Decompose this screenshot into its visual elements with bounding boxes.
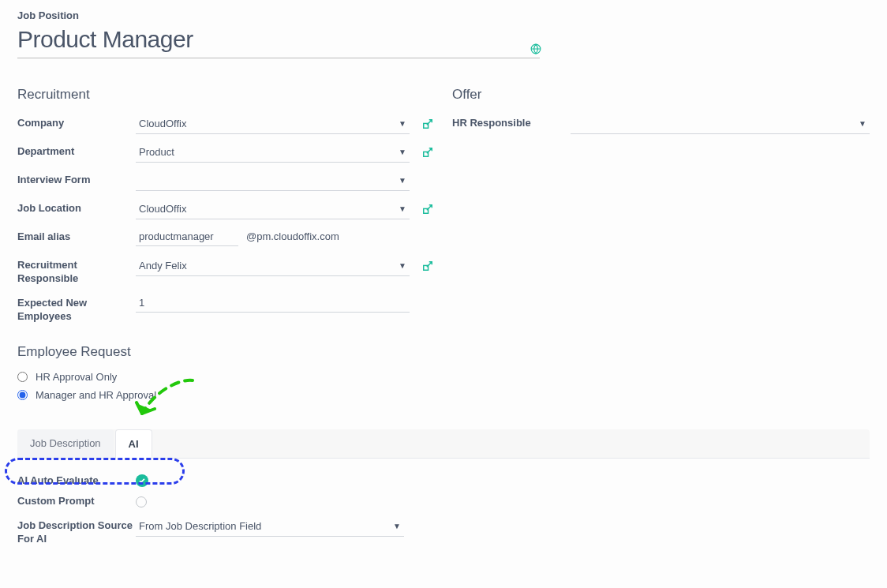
job-location-value: CloudOffix <box>139 203 186 215</box>
hr-approval-only-radio[interactable] <box>17 372 28 382</box>
popout-icon[interactable] <box>421 117 435 131</box>
offer-section: Offer HR Responsible ▼ <box>452 87 870 407</box>
company-select[interactable]: CloudOffix ▼ <box>136 114 410 134</box>
chevron-down-icon: ▼ <box>393 522 404 530</box>
chevron-down-icon: ▼ <box>399 119 410 128</box>
tab-ai[interactable]: AI <box>115 429 152 459</box>
employee-request-heading: Employee Request <box>17 344 435 360</box>
hr-responsible-label: HR Responsible <box>452 114 571 130</box>
chevron-down-icon: ▼ <box>859 119 870 128</box>
company-label: Company <box>17 114 136 130</box>
recruitment-heading: Recruitment <box>17 87 435 103</box>
ai-tab-panel: AI Auto Evaluate Custom Prompt Job Descr… <box>17 459 870 579</box>
ai-auto-evaluate-checkbox[interactable] <box>136 474 148 487</box>
recruitment-responsible-label: Recruitment Responsible <box>17 256 136 286</box>
jd-source-value: From Job Description Field <box>139 520 261 532</box>
popout-icon[interactable] <box>421 259 435 273</box>
title-wrap: Product Manager <box>17 26 540 58</box>
job-position-title[interactable]: Product Manager <box>17 26 540 53</box>
chevron-down-icon: ▼ <box>399 148 410 156</box>
company-value: CloudOffix <box>139 118 186 129</box>
department-label: Department <box>17 142 136 159</box>
tab-job-description[interactable]: Job Description <box>17 429 114 458</box>
form-columns: Recruitment Company CloudOffix ▼ Departm… <box>17 87 870 407</box>
job-position-label: Job Position <box>17 9 870 21</box>
job-position-section: Job Position Product Manager <box>17 9 870 58</box>
popout-icon[interactable] <box>421 145 435 159</box>
custom-prompt-label: Custom Prompt <box>17 495 136 508</box>
job-location-label: Job Location <box>17 199 136 215</box>
interview-form-label: Interview Form <box>17 170 136 187</box>
custom-prompt-checkbox[interactable] <box>136 496 147 507</box>
job-location-select[interactable]: CloudOffix ▼ <box>136 199 410 219</box>
manager-hr-approval-label[interactable]: Manager and HR Approval <box>36 389 156 401</box>
ai-auto-evaluate-label: AI Auto Evaluate <box>17 474 136 488</box>
email-domain-text: @pm.cloudoffix.com <box>246 230 339 244</box>
expected-new-label: Expected New Employees <box>17 294 136 324</box>
hr-responsible-select[interactable]: ▼ <box>571 114 870 134</box>
expected-new-input[interactable] <box>136 294 410 313</box>
department-value: Product <box>139 146 174 158</box>
email-alias-input[interactable] <box>136 227 238 246</box>
hr-approval-only-label[interactable]: HR Approval Only <box>36 371 117 383</box>
jd-source-label: Job Description Source For AI <box>17 516 136 546</box>
chevron-down-icon: ▼ <box>399 204 410 213</box>
offer-heading: Offer <box>452 87 870 103</box>
email-alias-label: Email alias <box>17 227 136 244</box>
chevron-down-icon: ▼ <box>399 261 410 270</box>
interview-form-select[interactable]: ▼ <box>136 170 410 191</box>
globe-icon[interactable] <box>530 43 541 54</box>
manager-hr-approval-radio[interactable] <box>17 390 28 400</box>
chevron-down-icon: ▼ <box>399 176 410 185</box>
department-select[interactable]: Product ▼ <box>136 142 410 163</box>
jd-source-select[interactable]: From Job Description Field ▼ <box>136 516 404 537</box>
recruitment-responsible-value: Andy Felix <box>139 260 187 272</box>
popout-icon[interactable] <box>421 202 435 216</box>
recruitment-section: Recruitment Company CloudOffix ▼ Departm… <box>17 87 435 407</box>
employee-request-section: Employee Request HR Approval Only Manage… <box>17 344 435 401</box>
tab-bar: Job Description AI <box>17 429 870 459</box>
recruitment-responsible-select[interactable]: Andy Felix ▼ <box>136 256 410 276</box>
